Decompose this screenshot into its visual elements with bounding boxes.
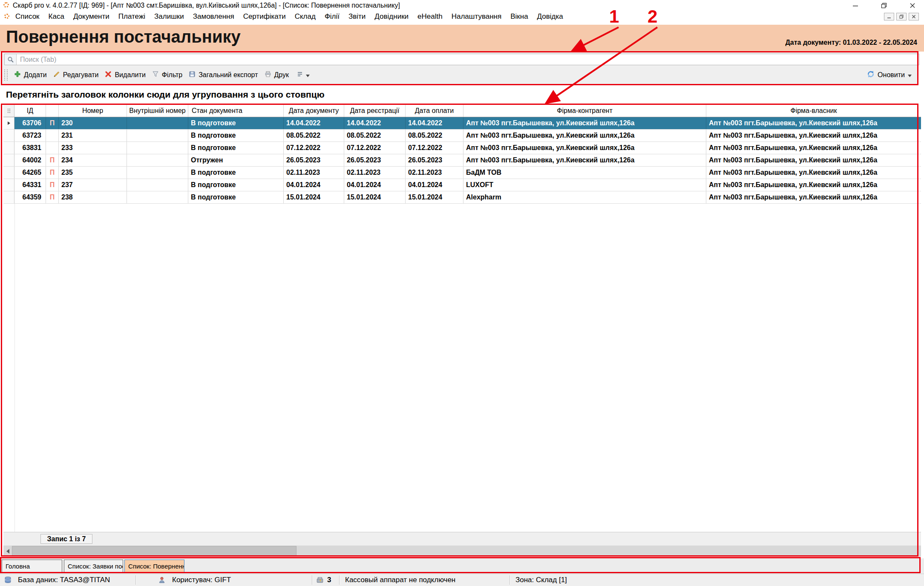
menu-item-4[interactable]: Платежі: [118, 12, 145, 21]
cell-status: В подготовке: [188, 130, 284, 141]
grid-column-header-1[interactable]: ІД: [14, 105, 46, 117]
grid-column-header-8[interactable]: Дата оплати: [406, 105, 463, 117]
table-row-5[interactable]: 64265П235В подготовке02.11.202302.11.202…: [3, 167, 921, 179]
close-icon[interactable]: [909, 3, 915, 9]
toolbar-button-label: Видалити: [115, 71, 145, 79]
page-title: Повернення постачальнику: [6, 27, 241, 46]
cell-reg_date: 15.01.2024: [344, 191, 406, 203]
row-indicator: [3, 142, 14, 154]
grid-column-header-6[interactable]: Дата документу: [284, 105, 344, 117]
cell-doc_date: 26.05.2023: [284, 154, 344, 166]
grid-column-header-4[interactable]: Внутрішній номер: [127, 105, 188, 117]
table-row-1[interactable]: 63706П230В подготовке14.04.202214.04.202…: [3, 117, 921, 130]
row-indicator: [3, 154, 14, 166]
search-icon[interactable]: [5, 54, 17, 65]
toolbar-button-3[interactable]: Видалити: [105, 71, 145, 79]
grid-column-header-2[interactable]: [46, 105, 59, 117]
list-options-button[interactable]: [296, 71, 310, 79]
scroll-left-icon[interactable]: [3, 546, 12, 557]
cell-contragent: Апт №003 пгт.Барышевка, ул.Киевский шлях…: [463, 142, 706, 154]
toolbar-button-6[interactable]: Друк: [265, 71, 289, 79]
toolbar-button-5[interactable]: Загальний експорт: [189, 71, 258, 79]
cell-pay_date: 07.12.2022: [406, 142, 463, 154]
cell-owner: Апт №003 пгт.Барышевка, ул.Киевский шлях…: [706, 130, 921, 141]
cell-id: 64265: [14, 167, 46, 179]
cell-status: В подготовке: [188, 191, 284, 203]
horizontal-scrollbar[interactable]: [3, 546, 921, 557]
cell-id: 64002: [14, 154, 46, 166]
mdi-minimize-icon[interactable]: [884, 13, 894, 20]
statusbar-divider: [339, 575, 340, 585]
cell-reg_date: 02.11.2023: [344, 167, 406, 179]
refresh-button[interactable]: Оновити: [867, 70, 912, 80]
app-logo-icon: [3, 2, 9, 8]
table-row-4[interactable]: 64002П234Отгружен26.05.202326.05.202326.…: [3, 154, 921, 167]
cell-number: 235: [59, 167, 127, 179]
search-input[interactable]: [17, 54, 919, 65]
refresh-icon: [867, 70, 875, 80]
table-row-3[interactable]: 63831233В подготовке07.12.202207.12.2022…: [3, 142, 921, 154]
grid-footer: Запис 1 із 7: [3, 532, 921, 546]
cell-marker: [46, 142, 59, 154]
menu-item-3[interactable]: Документи: [73, 12, 109, 21]
cell-number: 237: [59, 179, 127, 191]
cell-id: 63706: [14, 117, 46, 129]
tab-1[interactable]: Головна: [2, 560, 62, 572]
group-by-bar[interactable]: Перетягніть заголовок колонки сюди для у…: [0, 85, 924, 104]
list-icon: [296, 71, 303, 79]
cell-marker: [46, 130, 59, 141]
toolbar-button-label: Редагувати: [63, 71, 99, 79]
menu-item-6[interactable]: Замовлення: [193, 12, 234, 21]
table-row-2[interactable]: 63723231В подготовке08.05.202208.05.2022…: [3, 130, 921, 142]
grid-column-header-9[interactable]: Фірма-контрагент: [463, 105, 706, 117]
grid-column-header-7[interactable]: Дата реєстрації: [344, 105, 406, 117]
grid-column-header-10[interactable]: Фірма-власник: [706, 105, 921, 117]
menu-item-10[interactable]: Звіти: [348, 12, 366, 21]
cell-internal_number: [127, 191, 188, 203]
table-row-7[interactable]: 64359П238В подготовке15.01.202415.01.202…: [3, 191, 921, 204]
status-bar: База даних: TASA3@TITAN Користувач: GIFT…: [0, 574, 924, 586]
toolbar-buttons: ДодатиРедагуватиВидалитиФільтрЗагальний …: [8, 71, 289, 79]
menu-item-12[interactable]: eHealth: [417, 12, 443, 21]
menu-item-13[interactable]: Налаштування: [452, 12, 502, 21]
table-row-6[interactable]: 64331П237В подготовке04.01.202404.01.202…: [3, 179, 921, 191]
delete-icon: [105, 71, 112, 79]
cell-number: 230: [59, 117, 127, 129]
tab-3-active[interactable]: Список: Повернення ...: [124, 560, 184, 572]
chevron-down-icon: [908, 71, 912, 79]
minimize-icon[interactable]: [852, 3, 858, 9]
toolbar-button-2[interactable]: Редагувати: [53, 71, 99, 79]
toolbar-button-4[interactable]: Фільтр: [152, 71, 182, 79]
toolbar-grip-icon[interactable]: [4, 69, 8, 81]
mdi-restore-icon[interactable]: [896, 13, 907, 20]
cell-status: В подготовке: [188, 142, 284, 154]
grid-column-header-5[interactable]: Стан документа: [188, 105, 284, 117]
grid-column-header-0[interactable]: [3, 105, 14, 117]
statusbar-divider: [509, 575, 510, 585]
menu-item-2[interactable]: Каса: [49, 12, 64, 21]
cell-owner: Апт №003 пгт.Барышевка, ул.Киевский шлях…: [706, 142, 921, 154]
menu-item-7[interactable]: Сертифікати: [243, 12, 286, 21]
menu-item-8[interactable]: Склад: [295, 12, 316, 21]
cell-owner: Апт №003 пгт.Барышевка, ул.Киевский шлях…: [706, 117, 921, 129]
cell-marker: П: [46, 191, 59, 203]
menu-item-9[interactable]: Філії: [325, 12, 340, 21]
toolbar-button-label: Друк: [274, 71, 289, 79]
menu-item-5[interactable]: Залишки: [154, 12, 184, 21]
scrollbar-thumb[interactable]: [12, 546, 296, 556]
menu-item-15[interactable]: Довідка: [537, 12, 563, 21]
menu-item-11[interactable]: Довідники: [374, 12, 409, 21]
restore-icon[interactable]: [881, 3, 887, 9]
cell-marker: П: [46, 154, 59, 166]
cell-contragent: Апт №003 пгт.Барышевка, ул.Киевский шлях…: [463, 154, 706, 166]
tab-2[interactable]: Список: Заявки пост ...: [64, 560, 123, 572]
cell-reg_date: 14.04.2022: [344, 117, 406, 129]
menu-item-1[interactable]: Список: [15, 12, 40, 21]
window-title: Скарб pro v. 4.0.2.77 [ІД: 969] - [Апт №…: [13, 2, 400, 9]
toolbar-button-label: Фільтр: [162, 71, 182, 79]
menu-item-14[interactable]: Вікна: [510, 12, 528, 21]
toolbar-button-1[interactable]: Додати: [14, 71, 47, 79]
mdi-close-icon[interactable]: [909, 13, 919, 20]
grid-column-header-3[interactable]: Номер: [59, 105, 127, 117]
cash-register-status: Кассовый аппарат не подключен: [345, 574, 455, 586]
